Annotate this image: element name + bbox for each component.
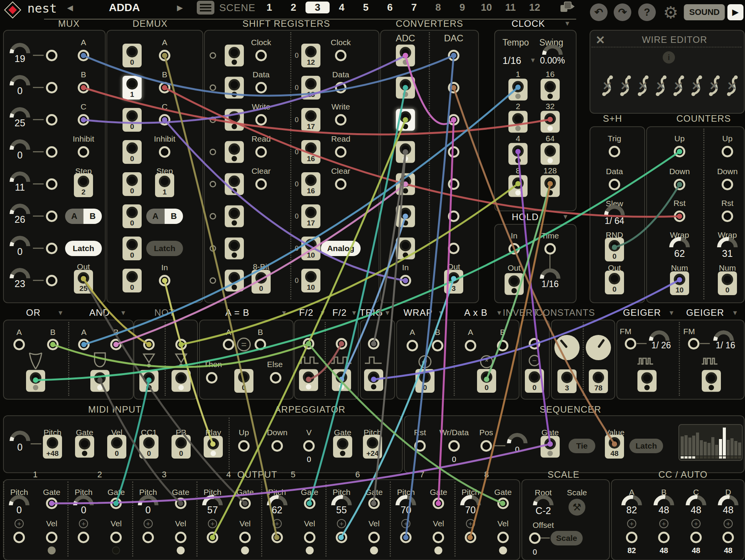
- and-b-jack[interactable]: [110, 339, 122, 350]
- sr1-tap-jack[interactable]: [210, 213, 216, 220]
- geiger1-out-block[interactable]: [637, 370, 657, 392]
- wrap-out-block[interactable]: 0: [415, 369, 435, 393]
- wire-slot[interactable]: ✕: [653, 75, 668, 97]
- dac-bit-jack[interactable]: [448, 211, 459, 222]
- or-b-jack[interactable]: [47, 339, 59, 350]
- mux-step-block[interactable]: 2: [74, 173, 93, 197]
- output-pitch-knob[interactable]: [395, 495, 416, 505]
- mux-c-jack[interactable]: [78, 114, 89, 126]
- copy-scene-icon[interactable]: [560, 0, 577, 15]
- wire-editor-close-icon[interactable]: ✕: [595, 33, 605, 47]
- demux-output-block[interactable]: 1: [123, 76, 142, 100]
- sr2-data-jack[interactable]: [335, 82, 346, 93]
- output-pitch-knob[interactable]: [331, 495, 352, 505]
- sr2-read-jack[interactable]: [335, 146, 346, 158]
- scene-tab[interactable]: 3: [306, 2, 330, 13]
- cc-cv-jack[interactable]: [658, 532, 670, 543]
- or-a-jack[interactable]: [13, 339, 25, 350]
- scale-tools-icon[interactable]: ⚒: [569, 499, 585, 516]
- seq-step-bar[interactable]: [738, 426, 741, 459]
- clock-division-block[interactable]: [508, 111, 528, 133]
- demux-output-block[interactable]: 0: [123, 204, 142, 228]
- sr1-stage-block[interactable]: [225, 270, 244, 292]
- sr1-tap-jack[interactable]: [210, 181, 216, 188]
- constant2-block[interactable]: 78: [589, 369, 608, 393]
- output-gate-jack[interactable]: [110, 498, 122, 509]
- demux-inhibit-jack[interactable]: [159, 146, 170, 158]
- seq-step-bar[interactable]: [727, 426, 730, 459]
- sr2-stage-block[interactable]: 16: [301, 172, 320, 196]
- geiger2-out-block[interactable]: [702, 370, 721, 392]
- patch-name[interactable]: ADDA: [109, 2, 140, 14]
- seq-value-block[interactable]: 48: [605, 435, 624, 459]
- scene-tab[interactable]: 6: [378, 2, 402, 13]
- aeb-a-jack[interactable]: [223, 339, 234, 350]
- wrap-header[interactable]: WRAP: [404, 307, 433, 318]
- f2b-out-block[interactable]: [332, 369, 351, 391]
- seq-step-bar[interactable]: [730, 426, 734, 459]
- geiger1-fm-jack[interactable]: [625, 338, 636, 349]
- mux-b-jack[interactable]: [78, 82, 89, 93]
- seq-step-bar[interactable]: [719, 426, 722, 459]
- counter-up-jack[interactable]: [722, 146, 733, 157]
- mux-input-jack[interactable]: [46, 114, 57, 126]
- axb-b-jack[interactable]: [497, 340, 508, 351]
- hold-in-jack[interactable]: [508, 243, 520, 255]
- mux-input-jack[interactable]: [46, 178, 57, 190]
- sr2-stage-block[interactable]: 17: [301, 108, 320, 132]
- mux-knob[interactable]: [10, 139, 30, 150]
- hold-header[interactable]: HOLD: [512, 212, 539, 222]
- and-header[interactable]: AND: [89, 307, 110, 318]
- and-out-block[interactable]: [90, 370, 109, 392]
- seq-tie-button[interactable]: Tie: [569, 439, 595, 453]
- f2a-header[interactable]: F/2: [299, 307, 314, 318]
- clock-division-block[interactable]: [541, 175, 560, 197]
- adc-bit-block[interactable]: [396, 45, 415, 67]
- output-vel-jack[interactable]: [497, 532, 509, 543]
- sr1-tap-jack[interactable]: [210, 85, 216, 91]
- output-gate-jack[interactable]: [304, 498, 315, 509]
- output-vel-jack[interactable]: [110, 532, 122, 543]
- output-pitch-knob[interactable]: [202, 495, 223, 505]
- seq-step-bar[interactable]: [711, 426, 714, 459]
- not2-in-jack[interactable]: [175, 339, 187, 350]
- f2b-header[interactable]: F/2: [332, 307, 347, 318]
- demux-b-jack[interactable]: [159, 82, 170, 93]
- wire-slot[interactable]: ✕: [618, 75, 633, 97]
- seq-step-bar[interactable]: [707, 426, 711, 459]
- cc-cv-jack[interactable]: [690, 532, 702, 543]
- dac-bit-jack[interactable]: [448, 178, 459, 190]
- aeb-then-jack[interactable]: [206, 372, 217, 384]
- f2a-out-block[interactable]: [299, 369, 318, 391]
- output-pitch-cv-jack[interactable]: [271, 532, 283, 543]
- output-gate-jack[interactable]: [175, 498, 186, 509]
- seq-step-bar[interactable]: [692, 426, 695, 459]
- settings-gear-icon[interactable]: ⚙: [663, 3, 678, 22]
- midi-item-block[interactable]: [75, 436, 94, 458]
- output-gate-jack[interactable]: [497, 498, 509, 509]
- adc-in-jack[interactable]: [400, 275, 411, 286]
- scene-tab[interactable]: 5: [354, 2, 378, 13]
- patch-prev-button[interactable]: ◀: [67, 3, 73, 12]
- geiger1-header[interactable]: GEIGER: [623, 307, 661, 318]
- mux-inhibit-jack[interactable]: [78, 146, 89, 158]
- wire-slot[interactable]: ✕: [600, 75, 615, 97]
- play-button[interactable]: ▶: [727, 4, 743, 20]
- sr1-read-jack[interactable]: [255, 146, 267, 158]
- mux-knob[interactable]: [10, 204, 30, 214]
- adc-bit-block[interactable]: [396, 238, 415, 260]
- adc-bit-block[interactable]: [396, 109, 415, 131]
- output-vel-jack[interactable]: [433, 532, 444, 543]
- mux-knob[interactable]: [10, 268, 30, 278]
- scene-tab[interactable]: 9: [450, 2, 474, 13]
- sr2-stage-block[interactable]: 17: [301, 204, 320, 228]
- arp-pitch-block[interactable]: +24: [363, 435, 382, 459]
- sr1-stage-block[interactable]: [225, 173, 244, 195]
- seq-step-bar[interactable]: [681, 426, 684, 459]
- mux-ab-toggle[interactable]: AB: [65, 209, 102, 224]
- mux-a-jack[interactable]: [78, 50, 89, 61]
- arp-gate-block[interactable]: [333, 436, 352, 458]
- axb-header[interactable]: A x B: [464, 307, 487, 318]
- counter-down-jack[interactable]: [722, 179, 733, 190]
- scene-tab[interactable]: 11: [498, 2, 523, 13]
